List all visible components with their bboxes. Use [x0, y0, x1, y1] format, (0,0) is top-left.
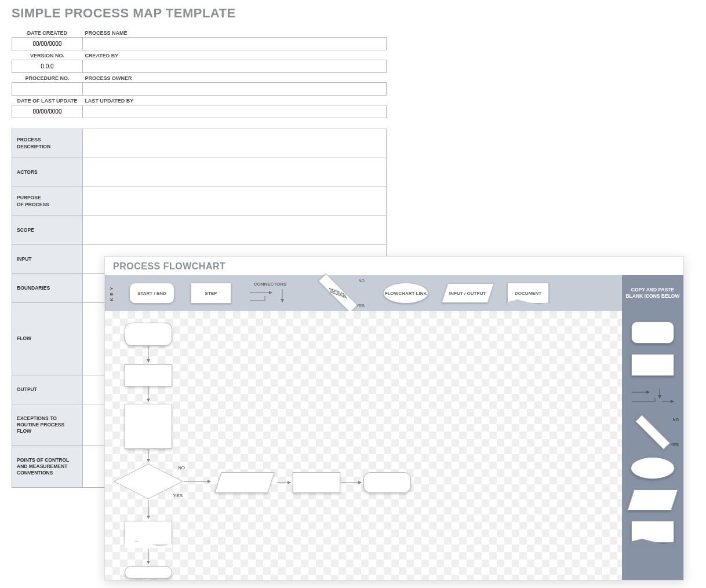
meta-label-date-created: DATE CREATED	[12, 28, 83, 38]
palette-decision-no: NO	[673, 418, 679, 422]
page-title: SIMPLE PROCESS MAP TEMPLATE	[0, 0, 706, 21]
desc-label-output: OUTPUT	[12, 375, 83, 404]
meta-table: DATE CREATED PROCESS NAME VERSION NO. CR…	[12, 28, 387, 118]
input-procedure-no[interactable]	[12, 83, 82, 95]
desc-label-input: INPUT	[12, 245, 83, 274]
desc-label-scope: SCOPE	[12, 216, 83, 245]
legend-connectors-label: CONNECTORS	[254, 282, 287, 287]
palette-document[interactable]	[631, 521, 674, 543]
desc-label-points-of-control: POINTS OF CONTROLAND MEASUREMENTCONVENTI…	[12, 446, 83, 488]
legend-document: DOCUMENT	[507, 283, 549, 304]
desc-label-boundaries: BOUNDARIES	[12, 274, 83, 303]
meta-label-procedure-no: PROCEDURE NO.	[12, 73, 83, 83]
desc-label-actors: ACTORS	[12, 158, 83, 187]
input-process-name[interactable]	[83, 38, 386, 50]
desc-label-flow: FLOW	[12, 303, 83, 375]
desc-value-process-description[interactable]	[83, 129, 387, 158]
legend-flowchart-link: FLOWCHART LINK	[383, 283, 428, 304]
palette-terminator[interactable]	[631, 322, 674, 344]
connectors-icon	[248, 288, 293, 305]
input-last-update[interactable]	[12, 105, 82, 118]
meta-label-last-update: DATE OF LAST UPDATE	[12, 96, 83, 105]
flowchart-key-bar: KEY START / END STEP CONNECTORS NO DECIS…	[105, 275, 683, 311]
palette-input-output[interactable]	[627, 490, 678, 510]
desc-label-purpose: PURPOSEOF PROCESS	[12, 187, 83, 216]
meta-label-process-name: PROCESS NAME	[82, 28, 386, 38]
key-label: KEY	[105, 275, 118, 311]
flowchart-panel: PROCESS FLOWCHART KEY START / END STEP C…	[104, 256, 684, 580]
meta-label-last-updated-by: LAST UPDATED BY	[82, 96, 386, 105]
legend-start-end: START / END	[129, 283, 174, 304]
palette-connectors[interactable]	[629, 386, 676, 407]
input-version-no[interactable]	[12, 60, 82, 72]
desc-value-actors[interactable]	[83, 158, 387, 187]
input-last-updated-by[interactable]	[83, 105, 386, 118]
input-process-owner[interactable]	[83, 83, 386, 95]
desc-value-purpose[interactable]	[83, 187, 387, 216]
meta-label-version-no: VERSION NO.	[12, 50, 83, 60]
copy-paste-header: COPY AND PASTE BLANK ICONS BELOW	[622, 275, 683, 311]
flowchart-canvas[interactable]: NO YES	[105, 311, 622, 580]
meta-label-process-owner: PROCESS OWNER	[82, 73, 386, 83]
diamond-icon: DECISION	[318, 273, 358, 313]
input-created-by[interactable]	[83, 60, 386, 72]
legend-connectors: CONNECTORS	[248, 282, 293, 305]
flowchart-title: PROCESS FLOWCHART	[105, 257, 683, 275]
desc-label-process-description: PROCESSDESCRIPTION	[12, 129, 83, 158]
palette-decision[interactable]: NO YES	[627, 418, 679, 447]
shape-palette: NO YES	[622, 311, 683, 580]
legend-step: STEP	[191, 283, 231, 304]
palette-decision-yes: YES	[671, 443, 679, 447]
meta-label-created-by: CREATED BY	[82, 50, 386, 60]
legend-decision-no: NO	[359, 279, 365, 283]
desc-label-exceptions: EXCEPTIONS TOROUTINE PROCESS FLOW	[12, 404, 83, 446]
desc-value-scope[interactable]	[83, 216, 387, 245]
canvas-arrows	[105, 311, 622, 580]
legend-decision: NO DECISION YES	[309, 280, 367, 306]
legend-decision-yes: YES	[356, 304, 365, 308]
palette-flowchart-link[interactable]	[631, 457, 675, 479]
input-date-created[interactable]	[12, 38, 82, 50]
palette-step[interactable]	[631, 354, 674, 376]
legend-input-output: INPUT / OUTPUT	[441, 283, 494, 303]
